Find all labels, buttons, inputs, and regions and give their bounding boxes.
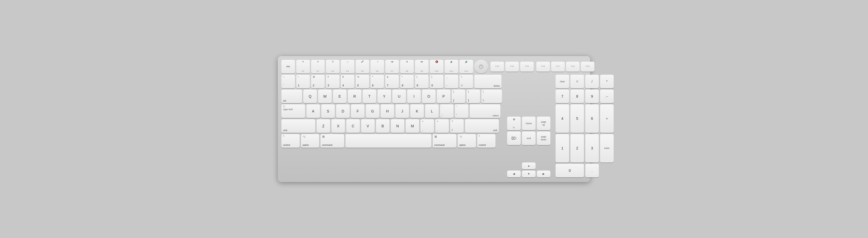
key-semicolon[interactable]: : ; <box>440 105 454 118</box>
key-comma[interactable]: < , <box>421 119 434 133</box>
key-numpad-decimal[interactable]: . <box>585 164 599 177</box>
key-lshift[interactable]: shift <box>281 119 315 133</box>
key-p[interactable]: P <box>437 90 451 103</box>
key-f13[interactable]: F13 <box>491 62 504 71</box>
key-s[interactable]: S <box>321 105 335 118</box>
key-f7[interactable]: ⏮ F7 <box>385 60 399 73</box>
key-numpad-4[interactable]: 4 <box>556 105 569 133</box>
key-a[interactable]: A <box>306 105 320 118</box>
key-backslash[interactable]: | \ <box>482 90 502 103</box>
key-f19[interactable]: F19 <box>581 62 594 71</box>
key-m[interactable]: M <box>406 119 419 133</box>
key-f6[interactable]: ☽ F6 <box>370 60 384 73</box>
key-5[interactable]: % 5 <box>355 75 369 88</box>
key-e[interactable]: E <box>333 90 346 103</box>
key-k[interactable]: K <box>410 105 424 118</box>
key-lcommand[interactable]: ⌘ command <box>320 134 344 148</box>
key-grave[interactable]: ~ ` <box>281 75 295 88</box>
key-f2[interactable]: ☀ F2 <box>311 60 324 73</box>
key-t[interactable]: T <box>363 90 376 103</box>
key-numpad-8[interactable]: 8 <box>570 90 584 103</box>
key-roption[interactable]: ⌥ option <box>458 134 476 148</box>
key-3[interactable]: # 3 <box>326 75 340 88</box>
key-f1[interactable]: ☀ F1 <box>296 60 310 73</box>
key-i[interactable]: I <box>407 90 421 103</box>
key-pagedown[interactable]: page down <box>537 131 550 145</box>
key-f12[interactable]: 🔊 F12 <box>460 60 473 73</box>
key-y[interactable]: Y <box>377 90 391 103</box>
key-f8[interactable]: ⏸ F8 <box>400 60 414 73</box>
key-arrow-left[interactable]: ◀ <box>507 171 521 177</box>
key-numpad-7[interactable]: 7 <box>556 90 569 103</box>
key-quote[interactable]: " ' <box>455 105 468 118</box>
key-d[interactable]: D <box>336 105 350 118</box>
key-numpad-6[interactable]: 6 <box>585 105 599 133</box>
key-f10[interactable]: 🔇 F10 <box>430 60 443 73</box>
key-numpad-equals[interactable]: = <box>570 75 584 88</box>
key-2[interactable]: @ 2 <box>311 75 324 88</box>
key-numpad-enter[interactable]: enter <box>600 134 614 162</box>
key-8[interactable]: * 8 <box>400 75 414 88</box>
key-lcontrol[interactable]: ^ control <box>281 134 300 148</box>
key-b[interactable]: B <box>376 119 390 133</box>
key-f18[interactable]: F18 <box>566 62 580 71</box>
key-numpad-plus[interactable]: + <box>600 105 614 133</box>
key-numpad-divide[interactable]: / <box>585 75 599 88</box>
key-6[interactable]: ^ 6 <box>370 75 384 88</box>
key-lbracket[interactable]: { [ <box>452 90 465 103</box>
key-o[interactable]: O <box>422 90 436 103</box>
key-numpad-1[interactable]: 1 <box>556 134 569 162</box>
key-f16[interactable]: F16 <box>536 62 550 71</box>
key-end[interactable]: end <box>522 131 535 145</box>
key-w[interactable]: W <box>318 90 332 103</box>
key-c[interactable]: C <box>346 119 360 133</box>
key-minus[interactable]: _ - <box>445 75 458 88</box>
key-f[interactable]: F <box>351 105 365 118</box>
key-numpad-2[interactable]: 2 <box>570 134 584 162</box>
key-f11[interactable]: 🔉 F11 <box>445 60 458 73</box>
key-f14[interactable]: F14 <box>505 62 519 71</box>
key-f4[interactable]: ⌕ F4 <box>341 60 354 73</box>
key-slash[interactable]: ? / <box>450 119 464 133</box>
key-return[interactable]: return <box>470 105 500 118</box>
key-rbracket[interactable]: } ] <box>467 90 480 103</box>
key-f5[interactable]: 🎤 F5 <box>355 60 369 73</box>
key-fwd-delete[interactable]: ⌦ <box>507 131 521 145</box>
key-j[interactable]: J <box>396 105 409 118</box>
key-numpad-clear[interactable]: clear <box>556 75 569 88</box>
key-arrow-right[interactable]: ▶ <box>537 171 550 177</box>
key-esc[interactable]: esc <box>281 60 295 73</box>
key-numpad-9[interactable]: 9 <box>585 90 599 103</box>
key-numpad-minus[interactable]: – <box>600 90 614 103</box>
key-capslock[interactable]: caps lock <box>281 105 305 118</box>
key-h[interactable]: H <box>381 105 394 118</box>
key-fn-globe[interactable]: ⊕ fn <box>507 117 521 130</box>
key-0[interactable]: ) 0 <box>430 75 443 88</box>
key-arrow-down[interactable]: ▼ <box>522 171 535 177</box>
key-7[interactable]: & 7 <box>385 75 399 88</box>
key-r[interactable]: R <box>348 90 361 103</box>
key-pageup[interactable]: page up <box>537 117 550 130</box>
key-l[interactable]: L <box>425 105 439 118</box>
key-g[interactable]: G <box>366 105 379 118</box>
key-loption[interactable]: ⌥ option <box>301 134 319 148</box>
key-numpad-0[interactable]: 0 <box>556 164 584 177</box>
key-delete[interactable]: delete <box>474 75 501 88</box>
key-power[interactable] <box>474 60 488 73</box>
key-4[interactable]: $ 4 <box>341 75 354 88</box>
key-x[interactable]: X <box>332 119 345 133</box>
key-numpad-5[interactable]: 5 <box>570 105 584 133</box>
key-period[interactable]: > . <box>435 119 449 133</box>
key-f15[interactable]: F15 <box>520 62 534 71</box>
key-rcontrol[interactable]: ^ control <box>477 134 495 148</box>
key-n[interactable]: N <box>391 119 404 133</box>
key-1[interactable]: ! 1 <box>296 75 310 88</box>
key-numpad-3[interactable]: 3 <box>585 134 599 162</box>
key-z[interactable]: Z <box>317 119 330 133</box>
key-f3[interactable]: ⊡ F3 <box>326 60 340 73</box>
key-q[interactable]: Q <box>303 90 317 103</box>
key-arrow-up[interactable]: ▲ <box>522 162 535 169</box>
key-tab[interactable]: tab <box>281 90 302 103</box>
key-rcommand[interactable]: ⌘ command <box>433 134 456 148</box>
key-equals[interactable]: + = <box>460 75 473 88</box>
